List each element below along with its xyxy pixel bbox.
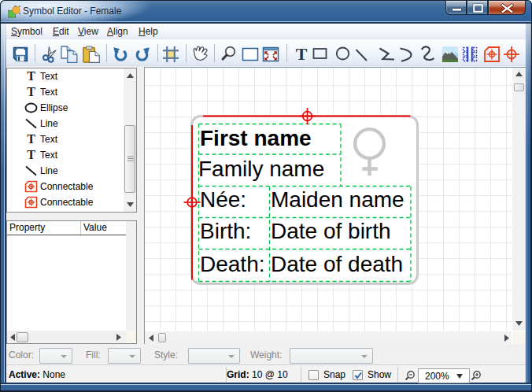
svg-text:T: T <box>27 149 35 161</box>
svg-text:T: T <box>27 86 35 98</box>
svg-text:T: T <box>27 133 35 146</box>
svg-text:T: T <box>296 45 308 64</box>
svg-text:T: T <box>27 70 35 83</box>
